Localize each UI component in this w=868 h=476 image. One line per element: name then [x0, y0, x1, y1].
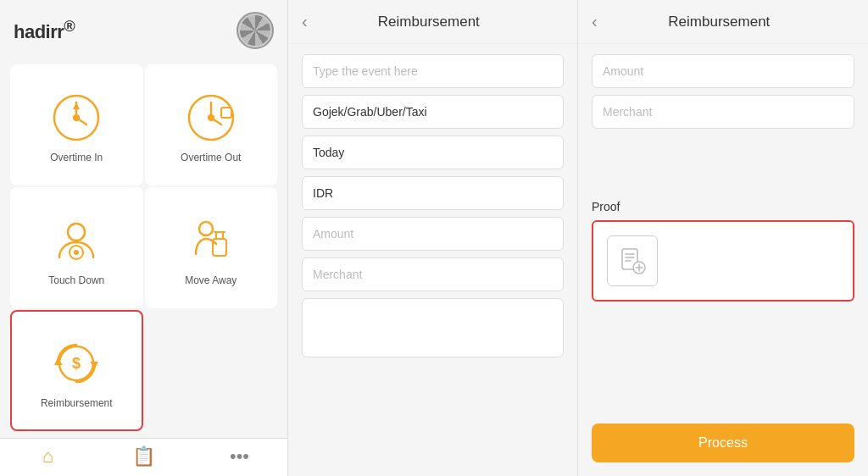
reimbursement-label: Reimbursement — [41, 397, 113, 409]
form-header: ‹ Reimbursement — [288, 0, 577, 44]
proof-back-button[interactable]: ‹ — [592, 12, 598, 31]
logo-superscript: ® — [64, 17, 75, 35]
document-icon: 📋 — [132, 446, 155, 468]
proof-panel: ‹ Reimbursement Proof Process — [578, 0, 868, 476]
proof-merchant-input[interactable] — [592, 95, 854, 129]
home-panel: hadirr® Overtime In — [0, 0, 288, 476]
category-input[interactable] — [302, 95, 564, 129]
grid-item-touch-down[interactable]: Touch Down — [10, 187, 143, 308]
svg-rect-9 — [221, 108, 231, 118]
form-title: Reimbursement — [314, 14, 543, 30]
feature-grid: Overtime In Overtime Out Touch Down — [0, 58, 287, 438]
svg-line-8 — [211, 118, 221, 125]
overtime-out-label: Overtime Out — [181, 152, 241, 163]
proof-amount-input[interactable] — [592, 54, 854, 88]
overtime-in-icon — [49, 91, 103, 145]
merchant-input[interactable] — [302, 257, 564, 291]
svg-text:$: $ — [72, 355, 81, 372]
process-button-wrap: Process — [578, 413, 868, 476]
grid-item-reimbursement[interactable]: $ Reimbursement — [10, 310, 143, 431]
upload-document-icon — [617, 246, 648, 276]
home-header: hadirr® — [0, 0, 287, 58]
avatar[interactable] — [236, 12, 274, 49]
amount-input[interactable] — [302, 217, 564, 251]
proof-upload-icon-wrap[interactable] — [607, 235, 658, 286]
move-away-icon — [184, 213, 238, 268]
notes-textarea[interactable] — [302, 298, 564, 357]
svg-marker-4 — [73, 102, 80, 109]
process-button[interactable]: Process — [592, 423, 854, 462]
overtime-out-icon — [184, 91, 238, 145]
svg-point-12 — [74, 250, 79, 255]
nav-more[interactable]: ••• — [192, 446, 287, 468]
overtime-in-label: Overtime In — [50, 152, 103, 163]
grid-item-overtime-in[interactable]: Overtime In — [10, 64, 143, 185]
proof-header: ‹ Reimbursement — [578, 0, 868, 44]
event-input[interactable] — [302, 54, 564, 88]
nav-document[interactable]: 📋 — [96, 446, 192, 468]
svg-line-3 — [76, 118, 86, 125]
currency-input[interactable] — [302, 176, 564, 210]
svg-point-13 — [199, 222, 213, 235]
touch-down-label: Touch Down — [48, 274, 104, 286]
home-icon: ⌂ — [42, 446, 53, 468]
bottom-nav: ⌂ 📋 ••• — [0, 438, 287, 476]
form-body — [288, 44, 577, 476]
logo-text: hadirr — [14, 22, 64, 43]
svg-point-10 — [68, 224, 85, 241]
reimbursement-icon: $ — [49, 336, 103, 390]
move-away-label: Move Away — [185, 274, 236, 286]
nav-home[interactable]: ⌂ — [0, 446, 96, 468]
touch-down-icon — [49, 213, 103, 268]
app-logo: hadirr® — [14, 17, 75, 43]
grid-item-overtime-out[interactable]: Overtime Out — [145, 64, 278, 185]
avatar-image — [240, 15, 270, 46]
more-icon: ••• — [230, 446, 249, 468]
date-input[interactable] — [302, 136, 564, 169]
back-button[interactable]: ‹ — [302, 12, 308, 31]
grid-item-move-away[interactable]: Move Away — [145, 187, 278, 308]
proof-upload-box[interactable] — [592, 220, 854, 302]
proof-title: Reimbursement — [604, 14, 834, 30]
proof-body: Proof — [578, 44, 868, 413]
form-panel: ‹ Reimbursement — [288, 0, 578, 476]
proof-label: Proof — [592, 200, 854, 213]
